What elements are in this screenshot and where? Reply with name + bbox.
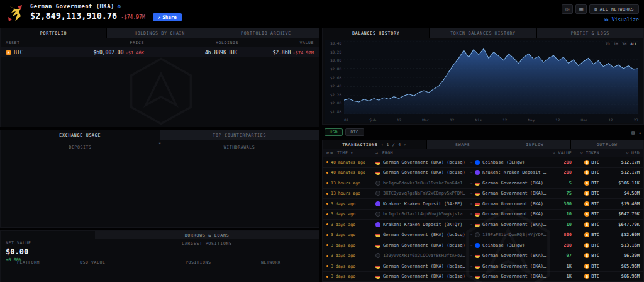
tx-from[interactable]: German Government (BKA) (bc1sq) [375, 232, 467, 237]
tab-portfolio[interactable]: PORTFOLIO [1, 28, 107, 38]
tx-from[interactable]: German Government (BKA) (bc1sq) [375, 274, 467, 279]
col-tx-value[interactable]: ▽ VALUE [547, 150, 572, 155]
tx-token[interactable]: B BTC [572, 181, 599, 186]
tab-portfolio-archive[interactable]: PORTFOLIO ARCHIVE [213, 28, 319, 38]
tab-exchange-usage[interactable]: EXCHANGE USAGE [1, 130, 160, 140]
balance-chart[interactable]: 7D1M3MALL $3.4B$3.2B$3.0B$2.8B$2.6B$2.4B… [325, 40, 640, 123]
tx-to[interactable]: German Government (BKA) (bc1sq) [475, 212, 547, 217]
gear-icon[interactable]: ⚙ [118, 3, 121, 9]
tx-to[interactable]: German Government (BKA) (bc1sq) [475, 181, 547, 186]
tx-time-cell[interactable]: 40 minutes ago [326, 160, 375, 165]
tx-to[interactable]: Kraken: Kraken Deposit (34zFP) [475, 170, 547, 175]
tx-token[interactable]: B BTC [572, 212, 599, 217]
col-withdrawals[interactable]: WITHDRAWALS [160, 145, 319, 150]
tx-time-cell[interactable]: 13 hours ago [326, 181, 375, 186]
transaction-row[interactable]: 3 days ago bc1qulc6d7azlt4qh0hwjh5wgkjs1… [323, 210, 643, 220]
next-page-icon[interactable]: › [404, 142, 407, 147]
tx-to[interactable]: German Government (BKA) (bc1sq) [475, 191, 547, 196]
tx-time-cell[interactable]: 40 minutes ago [326, 170, 375, 175]
tx-from[interactable]: bc1qulc6d7azlt4qh0hwjh5wgkjs1akgtqnd321w… [375, 212, 467, 217]
add-filter-icon[interactable]: ⊕ [330, 150, 333, 155]
all-networks-button[interactable]: ⊞ ALL NETWORKS [589, 4, 639, 14]
tx-to[interactable]: German Government (BKA) (bc1sq) [475, 253, 547, 258]
tab-holdings-by-chain[interactable]: HOLDINGS BY CHAIN [107, 28, 213, 38]
tx-from[interactable]: German Government (BKA) (bc1sq) [375, 170, 467, 175]
col-from[interactable]: → FROM [375, 150, 467, 155]
tx-to[interactable]: German Government (BKA) (bc1sq) [475, 264, 547, 269]
tx-to[interactable]: German Government (BKA) (bc1sq) [475, 274, 547, 279]
transaction-row[interactable]: 3 days ago German Government (BKA) (bc1s… [323, 230, 643, 241]
transaction-row[interactable]: 3 days ago German Government (BKA) (bc1s… [323, 240, 643, 251]
col-usd[interactable]: ▽ USD [599, 150, 640, 155]
tx-from[interactable]: German Government (BKA) (bc1sq8) [375, 264, 467, 269]
transaction-row[interactable]: 3 days ago Kraken: Kraken Deposit (3KTQY… [323, 220, 643, 230]
range-button-3m[interactable]: 3M [622, 42, 626, 46]
transaction-row[interactable]: 13 hours ago 3XTCQyzvq7gsNaFmY2xC0mpv5xP… [323, 189, 643, 200]
tab-token-balances-history[interactable]: TOKEN BALANCES HISTORY [430, 28, 536, 38]
tx-time-cell[interactable]: 3 days ago [326, 243, 375, 248]
portfolio-row-btc[interactable]: B BTC $60,002.00-$1.46K 46.889K BTC $2.8… [1, 47, 319, 57]
tab-swaps[interactable]: SWAPS [427, 140, 499, 149]
tab-top-counterparties[interactable]: TOP COUNTERPARTIES [160, 130, 319, 140]
chevron-down-icon[interactable]: ▾ [158, 141, 161, 146]
tab-inflow[interactable]: INFLOW [499, 140, 572, 149]
transaction-row[interactable]: 3 days ago 139yVVcXR1Y6x2LQCvaY8KHJftAFo… [323, 251, 643, 262]
tx-time-cell[interactable]: 3 days ago [326, 253, 375, 258]
tx-token[interactable]: B BTC [572, 160, 599, 165]
tx-time-cell[interactable]: 3 days ago [326, 212, 375, 217]
transaction-row[interactable]: 13 hours ago bc1qzw6dawkz3e0uu16vskc7aa6… [323, 178, 643, 189]
transaction-row[interactable]: 3 days ago German Government (BKA) (bc1s… [323, 272, 643, 282]
tx-from[interactable]: German Government (BKA) (bc1sq) [375, 160, 467, 165]
tab-outflow[interactable]: OUTFLOW [571, 140, 643, 149]
watchlist-button[interactable]: ◎ [562, 4, 573, 14]
col-deposits[interactable]: DEPOSITS [1, 145, 160, 150]
tx-time-cell[interactable]: 3 days ago [326, 222, 375, 227]
tx-to[interactable]: 139PaPE1b4QwmRQ3jHVjYDP47E5VH7ybVu [475, 232, 547, 237]
tab-profit-loss[interactable]: PROFIT & LOSS [537, 28, 643, 38]
tx-token[interactable]: B BTC [572, 222, 599, 227]
tx-token[interactable]: B BTC [572, 243, 599, 248]
tx-token[interactable]: B BTC [572, 253, 599, 258]
col-token[interactable]: ▽ TOKEN [572, 150, 599, 155]
tx-time-cell[interactable]: 3 days ago [326, 201, 375, 206]
col-price[interactable]: PRICE [50, 40, 144, 45]
tx-to[interactable]: German Government (BKA) (bc1sq) [475, 201, 547, 206]
tab-balances-history[interactable]: BALANCES HISTORY [323, 28, 430, 38]
tx-from[interactable]: Kraken: Kraken Deposit (34zFP) (+2) [375, 201, 467, 206]
transaction-row[interactable]: 40 minutes ago German Government (BKA) (… [323, 157, 643, 168]
btc-toggle-button[interactable]: BTC [345, 128, 364, 136]
tx-time-cell[interactable]: 13 hours ago [326, 191, 375, 196]
share-button[interactable]: ↗ Share [153, 13, 182, 21]
transaction-row[interactable]: 3 days ago Kraken: Kraken Deposit (34zFP… [323, 199, 643, 210]
tab-transactions[interactable]: TRANSACTIONS ‹ 1 / 4 › [323, 140, 427, 149]
range-button-1m[interactable]: 1M [614, 42, 618, 46]
tx-time-cell[interactable]: 3 days ago [326, 232, 375, 237]
prev-page-icon[interactable]: ‹ [381, 142, 384, 147]
col-time[interactable]: ⇄⊕ TIME ▾ [326, 150, 375, 155]
tx-from[interactable]: 3XTCQyzvq7gsNaFmY2xC0mpv5xPFDM7E8s [375, 191, 467, 196]
tx-token[interactable]: B BTC [572, 201, 599, 206]
transaction-row[interactable]: 40 minutes ago German Government (BKA) (… [323, 168, 643, 179]
chart-view-button[interactable]: ▦ [575, 4, 587, 14]
range-button-all[interactable]: ALL [630, 42, 637, 46]
swap-icon[interactable]: ⇄ [326, 150, 329, 155]
tx-to[interactable]: Coinbase (3EHqw) [475, 243, 547, 248]
tx-token[interactable]: B BTC [572, 264, 599, 269]
col-network[interactable]: NETWORK [261, 260, 311, 265]
col-holdings[interactable]: HOLDINGS [144, 40, 238, 45]
tab-borrows-loans[interactable]: BORROWS & LOANS [95, 231, 319, 239]
col-platform[interactable]: PLATFORM [17, 260, 80, 265]
tx-token[interactable]: B BTC [572, 232, 599, 237]
tx-token[interactable]: B BTC [572, 191, 599, 196]
col-value[interactable]: VALUE [238, 40, 314, 45]
tx-time-cell[interactable]: 3 days ago [326, 274, 375, 279]
tx-to[interactable]: German Government (BKA) (bc1sq) [475, 222, 547, 227]
col-usd-value[interactable]: USD VALUE [80, 260, 186, 265]
tx-to[interactable]: Coinbase (3EHqw) [475, 160, 547, 165]
columns-icon[interactable]: ▤ [631, 130, 635, 135]
download-icon[interactable]: ↧ [638, 130, 641, 135]
transaction-row[interactable]: 3 days ago German Government (BKA) (bc1s… [323, 261, 643, 272]
range-button-7d[interactable]: 7D [605, 42, 609, 46]
tx-time-cell[interactable]: 3 days ago [326, 264, 375, 269]
tx-token[interactable]: B BTC [572, 274, 599, 279]
